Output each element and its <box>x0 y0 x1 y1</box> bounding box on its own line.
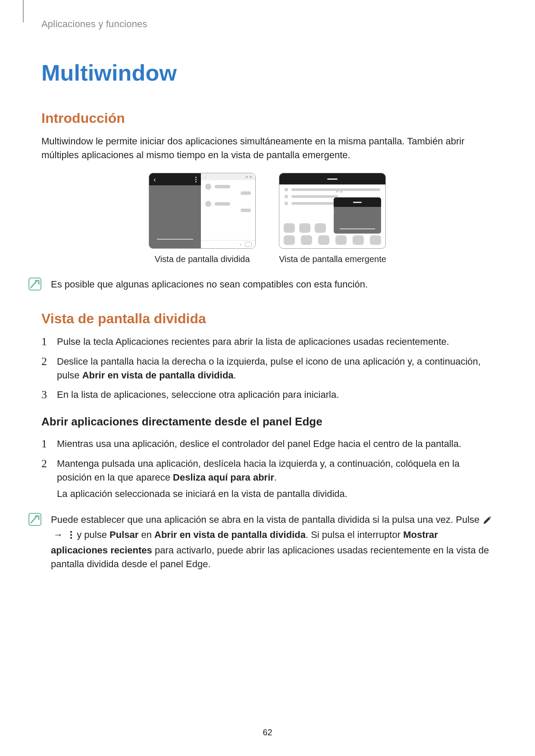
step-text: Mantenga pulsada una aplicación, deslíce… <box>57 457 494 501</box>
arrow-right-icon: → <box>53 528 63 542</box>
figure-popup-caption: Vista de pantalla emergente <box>279 253 386 266</box>
step-bold: Desliza aquí para abrir <box>173 472 274 483</box>
illustration-split-screen: ‹ ‹ › <box>149 173 256 249</box>
edge-step-1: 1 Mientras usa una aplicación, deslice e… <box>41 437 494 451</box>
note-bold: Abrir en vista de pantalla dividida <box>154 529 306 540</box>
note-icon <box>28 513 41 526</box>
chevron-left-icon: ‹ <box>334 209 334 216</box>
svg-point-4 <box>70 537 72 539</box>
step-text: Pulse la tecla Aplicaciones recientes pa… <box>57 335 494 349</box>
section-intro-heading: Introducción <box>41 108 494 128</box>
page-title: Multiwindow <box>41 57 494 89</box>
figure-split-screen: ‹ ‹ › <box>149 173 256 266</box>
split-step-2: 2 Deslice la pantalla hacia la derecha o… <box>41 355 494 382</box>
chevron-left-icon: ‹ <box>153 175 156 184</box>
step-text: Deslice la pantalla hacia la derecha o l… <box>57 355 494 382</box>
svg-point-2 <box>70 531 72 533</box>
edge-step-2: 2 Mantenga pulsada una aplicación, deslí… <box>41 457 494 501</box>
step-text-fragment: . <box>274 472 277 483</box>
two-dots-icon <box>246 176 252 178</box>
step-text-fragment: . <box>234 370 236 381</box>
split-steps: 1 Pulse la tecla Aplicaciones recientes … <box>41 335 494 402</box>
split-step-3: 3 En la lista de aplicaciones, seleccion… <box>41 388 494 402</box>
step-number: 2 <box>41 457 50 501</box>
kebab-menu-icon <box>69 530 73 544</box>
note-fragment: . Si pulsa el interruptor <box>306 529 403 540</box>
note-bold: Pulsar <box>110 529 138 540</box>
step-number: 2 <box>41 355 50 382</box>
step-number: 3 <box>41 388 50 402</box>
kebab-menu-icon <box>195 177 197 182</box>
figure-split-caption: Vista de pantalla dividida <box>155 253 250 266</box>
note-fragment: Pulse <box>456 514 482 525</box>
page-content: Aplicaciones y funciones Multiwindow Int… <box>41 17 494 588</box>
edit-pencil-icon <box>483 515 492 528</box>
step-text-line2: La aplicación seleccionada se iniciará e… <box>57 487 494 501</box>
note-fragment: en <box>138 529 154 540</box>
note-edge-tip: Puede establecer que una aplicación se a… <box>41 513 494 572</box>
svg-point-3 <box>70 534 72 536</box>
step-bold: Abrir en vista de pantalla dividida <box>82 370 234 381</box>
pill-icon <box>245 242 252 247</box>
figure-popup: ‹ ‹ Vista de pantalla emergente <box>279 173 386 266</box>
section-split-heading: Vista de pantalla dividida <box>41 309 494 328</box>
step-number: 1 <box>41 437 50 451</box>
note-edge-text: Puede establecer que una aplicación se a… <box>51 513 494 572</box>
edge-steps: 1 Mientras usa una aplicación, deslice e… <box>41 437 494 501</box>
illustration-popup-view: ‹ ‹ <box>279 173 386 249</box>
subsection-edge-heading: Abrir aplicaciones directamente desde el… <box>41 414 494 430</box>
note-compat-text: Es posible que algunas aplicaciones no s… <box>51 278 494 291</box>
note-fragment: y pulse <box>77 529 110 540</box>
chevron-right-icon: › <box>239 240 241 249</box>
page-number: 62 <box>0 726 535 739</box>
step-text: Mientras usa una aplicación, deslice el … <box>57 437 494 451</box>
step-text: En la lista de aplicaciones, seleccione … <box>57 388 494 402</box>
note-compat: Es posible que algunas aplicaciones no s… <box>41 278 494 291</box>
running-head: Aplicaciones y funciones <box>41 17 494 31</box>
side-rule <box>23 0 24 22</box>
step-number: 1 <box>41 335 50 349</box>
note-fragment: Puede establecer que una aplicación se a… <box>51 514 456 525</box>
intro-body: Multiwindow le permite iniciar dos aplic… <box>41 134 494 162</box>
split-step-1: 1 Pulse la tecla Aplicaciones recientes … <box>41 335 494 349</box>
note-icon <box>28 278 41 291</box>
chevron-left-icon: ‹ <box>204 174 206 180</box>
figures-row: ‹ ‹ › <box>41 173 494 266</box>
